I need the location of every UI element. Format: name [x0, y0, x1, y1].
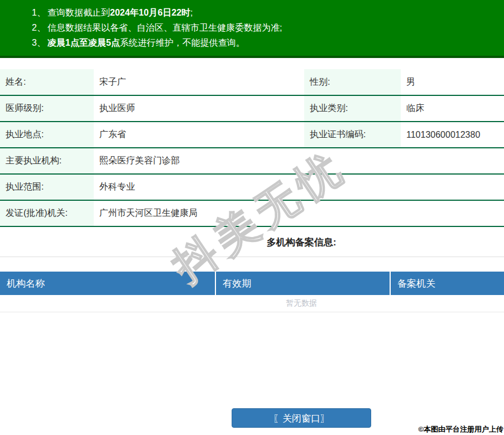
- field-value-gender: 男: [401, 69, 504, 95]
- field-value-certificate-number: 110130600012380: [401, 122, 504, 148]
- column-header-validity-period: 有效期: [215, 272, 390, 295]
- field-label-doctor-level: 医师级别:: [0, 95, 94, 122]
- field-label-certificate-number: 执业证书编码:: [304, 122, 401, 148]
- table-row: 执业范围: 外科专业: [0, 174, 504, 200]
- field-value-name: 宋子广: [94, 69, 304, 95]
- table-row: 发证(批准)机关: 广州市天河区卫生健康局: [0, 200, 504, 226]
- column-header-institution-name: 机构名称: [0, 272, 215, 295]
- filing-table: 机构名称 有效期 备案机关 暂无数据: [0, 272, 504, 312]
- close-window-button[interactable]: 〖关闭窗口〗: [232, 408, 371, 428]
- notice-line-3: 3、 凌晨1点至凌晨5点系统进行维护，不能提供查询。: [0, 35, 504, 50]
- field-value-practice-location: 广东省: [94, 122, 304, 148]
- filing-section-title: 多机构备案信息:: [0, 236, 504, 249]
- field-label-main-institution: 主要执业机构:: [0, 148, 94, 174]
- field-label-practice-location: 执业地点:: [0, 122, 94, 148]
- notice-number: 1、: [32, 5, 47, 20]
- table-row: 执业地点: 广东省 执业证书编码: 110130600012380: [0, 122, 504, 148]
- field-value-practice-category: 临床: [401, 95, 504, 122]
- notice-number: 3、: [32, 35, 47, 50]
- divider: [0, 257, 504, 257]
- notice-line-1: 1、 查询数据截止到2024年10月6日22时;: [0, 5, 504, 20]
- notice-number: 2、: [32, 20, 47, 35]
- filing-header-row: 机构名称 有效期 备案机关: [0, 272, 504, 295]
- page: 1、 查询数据截止到2024年10月6日22时; 2、 信息数据结果以各省、自治…: [0, 0, 504, 435]
- field-value-practice-scope: 外科专业: [94, 174, 504, 200]
- field-label-gender: 性别:: [304, 69, 401, 95]
- notice-text: 查询数据截止到2024年10月6日22时;: [47, 5, 193, 20]
- field-label-issuing-authority: 发证(批准)机关:: [0, 200, 94, 226]
- table-row: 医师级别: 执业医师 执业类别: 临床: [0, 95, 504, 122]
- content-container: 1、 查询数据截止到2024年10月6日22时; 2、 信息数据结果以各省、自治…: [0, 0, 504, 428]
- field-value-main-institution: 熙朵医疗美容门诊部: [94, 148, 504, 174]
- notice-banner: 1、 查询数据截止到2024年10月6日22时; 2、 信息数据结果以各省、自治…: [0, 0, 504, 58]
- field-value-issuing-authority: 广州市天河区卫生健康局: [94, 200, 504, 226]
- notice-text: 凌晨1点至凌晨5点系统进行维护，不能提供查询。: [47, 35, 245, 50]
- column-header-filing-authority: 备案机关: [390, 272, 504, 295]
- field-label-practice-scope: 执业范围:: [0, 174, 94, 200]
- filing-empty-row: 暂无数据: [0, 295, 504, 312]
- notice-text: 信息数据结果以各省、自治区、直辖市卫生健康委数据为准;: [47, 20, 282, 35]
- field-value-doctor-level: 执业医师: [94, 95, 304, 122]
- table-row: 姓名: 宋子广 性别: 男: [0, 69, 504, 95]
- no-data-text: 暂无数据: [0, 295, 504, 312]
- table-row: 主要执业机构: 熙朵医疗美容门诊部: [0, 148, 504, 174]
- field-label-practice-category: 执业类别:: [304, 95, 401, 122]
- field-label-name: 姓名:: [0, 69, 94, 95]
- credit-text: ©本图由平台注册用户上传: [418, 424, 503, 434]
- doctor-info-table: 姓名: 宋子广 性别: 男 医师级别: 执业医师 执业类别: 临床 执业地点: …: [0, 69, 504, 227]
- notice-line-2: 2、 信息数据结果以各省、自治区、直辖市卫生健康委数据为准;: [0, 20, 504, 35]
